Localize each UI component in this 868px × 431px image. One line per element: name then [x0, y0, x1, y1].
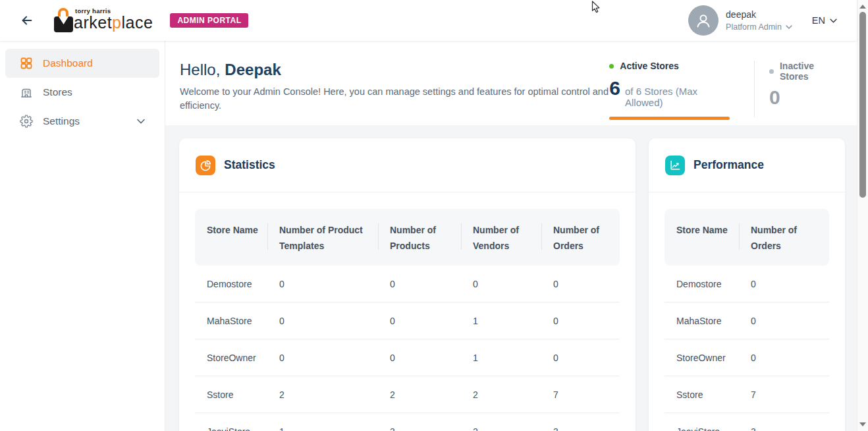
- store-summary: Active Stores 6 of 6 Stores (Max Allowed…: [609, 61, 845, 125]
- table-cell: 7: [739, 389, 829, 400]
- column-header: Number of Products: [378, 209, 461, 266]
- table-row: Sstore2227: [195, 376, 620, 413]
- chevron-down-icon: [830, 18, 837, 23]
- chevron-down-icon: [786, 25, 792, 29]
- sidebar-item-label: Settings: [43, 115, 80, 127]
- admin-portal-page: torry harris arketplace ADMIN PORTAL dee…: [0, 0, 868, 431]
- inactive-stores-block: Inactive Stores 0: [755, 61, 845, 125]
- table-row: MahaStore0: [665, 302, 829, 339]
- user-avatar[interactable]: [688, 5, 719, 36]
- user-role-dropdown[interactable]: Platform Admin: [726, 22, 792, 32]
- statistics-table-body: Demostore0000MahaStore0010StoreOwner0010…: [195, 266, 620, 431]
- statistics-title: Statistics: [224, 158, 275, 172]
- inactive-stores-label: Inactive Stores: [780, 61, 845, 82]
- table-cell: 3: [378, 426, 461, 431]
- table-cell: MahaStore: [195, 316, 267, 326]
- table-cell: 2: [461, 389, 541, 400]
- dashboard-grid-icon: [20, 57, 33, 70]
- table-row: MahaStore0010: [195, 302, 620, 339]
- table-cell: 0: [739, 279, 829, 289]
- table-cell: 7: [541, 389, 620, 400]
- scrollbar-thumb[interactable]: [859, 12, 866, 198]
- marketplace-logo[interactable]: torry harris arketplace: [51, 5, 153, 36]
- active-stores-block: Active Stores 6 of 6 Stores (Max Allowed…: [609, 61, 755, 117]
- performance-table-body: Demostore0MahaStore0StoreOwner0Sstore7Je…: [665, 266, 829, 431]
- inactive-stores-count: 0: [769, 86, 845, 109]
- cards-row: Statistics Store NameNumber of Product T…: [165, 125, 857, 431]
- admin-portal-badge: ADMIN PORTAL: [170, 13, 248, 28]
- table-cell: Demostore: [195, 279, 267, 289]
- column-header: Store Name: [195, 209, 267, 266]
- table-cell: 0: [267, 279, 378, 289]
- column-header: Number of Vendors: [461, 209, 541, 266]
- sidebar-item-label: Stores: [43, 86, 72, 98]
- sidebar-item-label: Dashboard: [43, 57, 93, 69]
- table-cell: 0: [739, 316, 829, 326]
- vertical-scrollbar[interactable]: [857, 0, 868, 431]
- table-cell: 0: [461, 279, 541, 289]
- table-cell: 0: [541, 279, 620, 289]
- table-row: JeeviStore3: [665, 413, 829, 431]
- top-right-controls: deepak Platform Admin EN: [688, 5, 837, 36]
- table-cell: 2: [267, 389, 378, 400]
- top-bar: torry harris arketplace ADMIN PORTAL dee…: [0, 0, 857, 41]
- column-header: Number of Orders: [739, 209, 829, 266]
- scrollbar-up-arrow-icon[interactable]: [859, 5, 866, 9]
- performance-title: Performance: [693, 158, 764, 172]
- table-cell: 0: [267, 353, 378, 363]
- statistics-table-header: Store NameNumber of Product TemplatesNum…: [195, 209, 620, 266]
- table-cell: 3: [541, 426, 620, 431]
- main-content: Hello,Deepak Welcome to your Admin Conso…: [165, 41, 857, 431]
- column-header: Store Name: [665, 209, 739, 266]
- table-cell: 2: [378, 389, 461, 400]
- table-row: Sstore7: [665, 376, 829, 413]
- table-cell: JeeviStore: [665, 426, 739, 431]
- sidebar-item-dashboard[interactable]: Dashboard: [5, 49, 159, 78]
- user-meta: deepak Platform Admin: [726, 9, 792, 32]
- hero-section: Hello,Deepak Welcome to your Admin Conso…: [165, 41, 857, 125]
- line-chart-icon: [665, 156, 685, 175]
- table-row: StoreOwner0: [665, 339, 829, 376]
- back-button[interactable]: [18, 12, 36, 29]
- table-cell: 3: [739, 426, 829, 431]
- language-selector[interactable]: EN: [812, 15, 837, 26]
- table-row: StoreOwner0010: [195, 339, 620, 376]
- app-area: torry harris arketplace ADMIN PORTAL dee…: [0, 0, 857, 431]
- sidebar: Dashboard Stores Settings: [0, 41, 165, 431]
- table-cell: 0: [378, 279, 461, 289]
- scrollbar-down-arrow-icon[interactable]: [859, 422, 866, 426]
- table-cell: 1: [461, 353, 541, 363]
- table-cell: Sstore: [665, 389, 739, 400]
- sidebar-item-settings[interactable]: Settings: [5, 107, 159, 136]
- table-cell: StoreOwner: [195, 353, 267, 363]
- column-header: Number of Orders: [541, 209, 620, 266]
- table-cell: 0: [541, 316, 620, 326]
- performance-table-header: Store NameNumber of Orders: [665, 209, 829, 266]
- table-cell: 1: [267, 426, 378, 431]
- sidebar-item-stores[interactable]: Stores: [5, 78, 159, 107]
- shopping-bag-logo-icon: [51, 5, 75, 34]
- table-row: Demostore0: [665, 266, 829, 302]
- table-row: Demostore0000: [195, 266, 620, 302]
- page-greeting: Hello,Deepak: [180, 61, 609, 79]
- green-status-dot: [609, 64, 614, 69]
- table-cell: MahaStore: [665, 316, 739, 326]
- body-row: Dashboard Stores Settings: [0, 41, 857, 431]
- active-stores-count: 6: [609, 77, 620, 100]
- table-row: JeeviStore1323: [195, 413, 620, 431]
- table-cell: 1: [461, 316, 541, 326]
- performance-card: Performance Store NameNumber of Orders D…: [649, 138, 845, 431]
- table-cell: JeeviStore: [195, 426, 267, 431]
- store-building-icon: [20, 86, 33, 99]
- table-cell: 0: [739, 353, 829, 363]
- table-cell: 0: [378, 353, 461, 363]
- table-cell: 0: [267, 316, 378, 326]
- user-name: deepak: [726, 9, 792, 20]
- greeting-subtitle: Welcome to your Admin Console! Here, you…: [180, 85, 609, 113]
- statistics-table: Store NameNumber of Product TemplatesNum…: [195, 209, 620, 431]
- statistics-card: Statistics Store NameNumber of Product T…: [179, 138, 636, 431]
- table-cell: 2: [461, 426, 541, 431]
- greeting-block: Hello,Deepak Welcome to your Admin Conso…: [180, 41, 609, 125]
- table-cell: StoreOwner: [665, 353, 739, 363]
- performance-card-header: Performance: [649, 138, 845, 192]
